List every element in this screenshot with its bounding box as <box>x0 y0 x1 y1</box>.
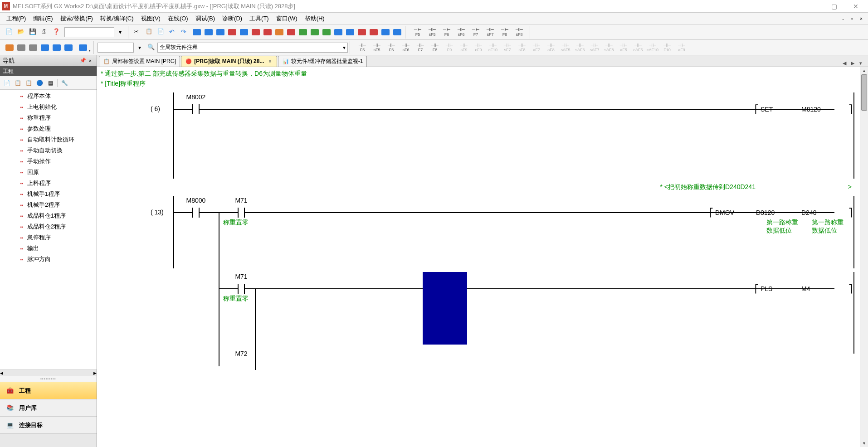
dev-button-14[interactable] <box>345 27 356 38</box>
tree-grip[interactable]: ▪▪▪▪▪▪▪▪▪ <box>0 376 97 382</box>
view-button-6[interactable] <box>63 42 74 53</box>
menu-edit[interactable]: 编辑(E) <box>29 14 56 24</box>
copy-button[interactable] <box>144 27 155 38</box>
dev-button-7[interactable] <box>262 27 273 38</box>
nav-tool-3[interactable]: 📋 <box>24 78 34 88</box>
tree-item[interactable]: ▪▪输出 <box>0 243 97 254</box>
fkey-button[interactable]: ⊣⊢F6 <box>385 41 398 54</box>
fkey-button[interactable]: ⊣⊢sF7 <box>501 41 514 54</box>
tab-menu-button[interactable]: ▾ <box>857 59 864 67</box>
mdi-minimize-button[interactable]: - <box>839 15 847 22</box>
tree-item[interactable]: ▪▪成品料仓1程序 <box>0 210 97 221</box>
close-button[interactable]: ✕ <box>845 0 866 12</box>
nav-section-button[interactable]: 📚用户库 <box>0 399 97 416</box>
fkey-button[interactable]: ⊣⊢F9 <box>443 41 456 54</box>
dev-button-4[interactable] <box>227 27 238 38</box>
editor-tab[interactable]: 📊较元件/缓冲存储器批量监视-1 <box>278 56 367 67</box>
nav-tool-6[interactable]: 🔧 <box>59 78 69 88</box>
tree-item[interactable]: ▪▪手动操作 <box>0 156 97 167</box>
dev-button-3[interactable] <box>215 27 226 38</box>
tree-item[interactable]: ▪▪上电初始化 <box>0 102 97 112</box>
open-button[interactable] <box>16 27 27 38</box>
save-button[interactable] <box>28 27 39 38</box>
undo-button[interactable] <box>168 27 179 38</box>
dev-button-12[interactable] <box>321 27 332 38</box>
dev-button-6[interactable] <box>250 27 261 38</box>
fkey-button[interactable]: ⊣⊢cAF10 <box>646 41 659 54</box>
mdi-close-button[interactable]: × <box>857 15 865 22</box>
menu-convert[interactable]: 转换/编译(C) <box>97 14 137 24</box>
fkey-button[interactable]: ⊣⊢sF5 <box>425 26 439 39</box>
fkey-button[interactable]: ⊣⊢F6 <box>440 26 454 39</box>
tab-next-button[interactable]: ▶ <box>849 59 856 67</box>
menu-help[interactable]: 帮助(H) <box>301 14 328 24</box>
fkey-button[interactable]: ⊣⊢sF5 <box>370 41 384 54</box>
menu-diagnose[interactable]: 诊断(D) <box>219 14 246 24</box>
contact-no[interactable] <box>187 102 205 116</box>
coil-pls[interactable]: ⎡ PLS M4 ⎤ <box>755 284 853 294</box>
tab-close-button[interactable]: × <box>267 58 273 65</box>
view-button-7[interactable]: ▾ <box>75 42 91 53</box>
fkey-button[interactable]: ⊣⊢cF9 <box>472 41 485 54</box>
fkey-button[interactable]: ⊣⊢aF7 <box>530 41 543 54</box>
tree-item[interactable]: ▪▪手动自动切换 <box>0 145 97 156</box>
dropdown-button[interactable]: ▾ <box>115 27 126 38</box>
menu-window[interactable]: 窗口(W) <box>273 14 301 24</box>
fkey-button[interactable]: ⊣⊢aF8 <box>544 41 558 54</box>
fkey-button[interactable]: ⊣⊢sF6 <box>454 26 468 39</box>
fkey-button[interactable]: ⊣⊢sF8 <box>515 41 529 54</box>
dev-button-15[interactable] <box>356 27 367 38</box>
cut-button[interactable] <box>132 27 143 38</box>
tree-item[interactable]: ▪▪自动取料计数循环 <box>0 134 97 145</box>
tree-item[interactable]: ▪▪脉冲方向 <box>0 254 97 265</box>
coil-set[interactable]: ⎡ SET M8120 ⎤ <box>755 104 853 114</box>
nav-tool-1[interactable]: 📄 <box>2 78 12 88</box>
fkey-button[interactable]: ⊣⊢F5 <box>356 41 369 54</box>
contact-no[interactable] <box>232 282 250 296</box>
fkey-button[interactable]: ⊣⊢F8 <box>428 41 442 54</box>
dev-button-17[interactable] <box>380 27 391 38</box>
search-button[interactable] <box>146 42 157 53</box>
tree-item[interactable]: ▪▪程序本体 <box>0 91 97 102</box>
dev-button-16[interactable] <box>368 27 379 38</box>
dev-button-11[interactable] <box>309 27 320 38</box>
menu-debug[interactable]: 调试(B) <box>192 14 219 24</box>
new-button[interactable] <box>4 27 15 38</box>
redo-button[interactable] <box>180 27 190 38</box>
menu-view[interactable]: 视图(V) <box>137 14 164 24</box>
tab-prev-button[interactable]: ◀ <box>841 59 848 67</box>
tree-item[interactable]: ▪▪机械手2程序 <box>0 199 97 210</box>
dev-button-2[interactable] <box>203 27 214 38</box>
nav-tool-5[interactable]: ▤ <box>45 78 55 88</box>
editor-tab[interactable]: 📋局部标签设置 MAIN [PRG] <box>99 56 180 67</box>
nav-tool-2[interactable]: 📋 <box>13 78 23 88</box>
fkey-button[interactable]: ⊣⊢F5 <box>411 26 424 39</box>
fkey-button[interactable]: ⊣⊢sAF8 <box>602 41 616 54</box>
view-button-2[interactable] <box>16 42 27 53</box>
fkey-button[interactable]: ⊣⊢sF9 <box>457 41 471 54</box>
coil-dmov[interactable]: ⎡ DMOV D8120 D240 ⎤ <box>709 208 853 218</box>
fkey-button[interactable]: ⊣⊢sAF6 <box>573 41 587 54</box>
dev-button-10[interactable] <box>297 27 308 38</box>
nav-tree[interactable]: ▪▪程序本体▪▪上电初始化▪▪称重程序▪▪参数处理▪▪自动取料计数循环▪▪手动自… <box>0 90 97 369</box>
paste-button[interactable] <box>156 27 167 38</box>
tree-item[interactable]: ▪▪机械手1程序 <box>0 189 97 199</box>
mdi-restore-button[interactable]: ▫ <box>848 15 856 22</box>
dev-button-5[interactable] <box>239 27 249 38</box>
fkey-button[interactable]: ⊣⊢F7 <box>414 41 427 54</box>
dev-button-1[interactable] <box>191 27 202 38</box>
fkey-button[interactable]: ⊣⊢aF5 <box>617 41 630 54</box>
ladder-editor[interactable]: * 通过第一步.第二 部完成传感器采集数据与重量转换，D6为测量物体重量 * [… <box>97 67 868 447</box>
tree-item[interactable]: ▪▪参数处理 <box>0 123 97 134</box>
maximize-button[interactable]: ▢ <box>824 0 844 12</box>
tree-item[interactable]: ▪▪称重程序 <box>0 112 97 123</box>
device-search-input[interactable] <box>98 43 134 53</box>
tree-hscroll[interactable]: ◀▶ <box>0 369 97 376</box>
dev-button-9[interactable] <box>286 27 297 38</box>
help-button[interactable] <box>51 27 62 38</box>
print-button[interactable] <box>39 27 50 38</box>
scroll-up-icon[interactable]: ▲ <box>860 67 868 74</box>
fkey-button[interactable]: ⊣⊢sF6 <box>399 41 413 54</box>
contact-no[interactable] <box>187 206 205 219</box>
nav-section-button[interactable]: 🧰工程 <box>0 382 97 399</box>
